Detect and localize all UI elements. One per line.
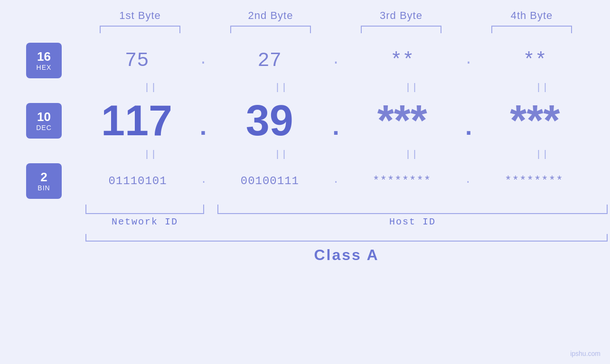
class-bracket: [85, 234, 608, 242]
bracket-4: [491, 26, 572, 33]
hex-badge-label: HEX: [37, 64, 52, 71]
host-id-bracket: [217, 205, 608, 214]
bin-dot-2: .: [333, 174, 339, 188]
hex-dot-2: .: [331, 52, 340, 70]
bracket-3: [361, 26, 441, 33]
main-container: 1st Byte 2nd Byte 3rd Byte 4th Byte 16 H…: [0, 0, 610, 364]
equals-hex-dec-2: ||: [216, 80, 347, 94]
bin-b4: ********: [505, 175, 563, 187]
equals-hex-dec-3: ||: [347, 80, 477, 94]
network-id-bracket: [85, 205, 204, 214]
dec-dot-2: .: [332, 112, 339, 145]
bin-dot-1: .: [201, 174, 207, 188]
bin-b3: ********: [373, 175, 431, 187]
hex-badge-wrap: 16 HEX: [13, 43, 75, 78]
host-id-label: Host ID: [217, 216, 608, 227]
hex-badge: 16 HEX: [26, 43, 62, 78]
hex-badge-number: 16: [37, 50, 51, 64]
bin-b2: 00100111: [241, 175, 299, 187]
dec-badge-label: DEC: [36, 124, 52, 131]
hex-b2: 27: [258, 49, 282, 72]
equals-hex-dec-4: ||: [477, 80, 608, 94]
equals-dec-bin-2: ||: [216, 147, 347, 161]
bin-badge-number: 2: [40, 170, 47, 184]
dec-b2: 39: [246, 96, 293, 145]
equals-dec-bin-4: ||: [477, 147, 608, 161]
bin-dot-3: .: [465, 174, 471, 188]
equals-hex-dec-1: ||: [85, 80, 216, 94]
bin-b1: 01110101: [108, 175, 167, 187]
byte-label-2: 2nd Byte: [206, 9, 336, 22]
bracket-2: [230, 26, 311, 33]
dec-dot-3: .: [465, 112, 472, 145]
bin-badge: 2 BIN: [26, 163, 62, 199]
dec-b4: ***: [510, 96, 560, 145]
dec-badge-wrap: 10 DEC: [13, 103, 75, 139]
bin-badge-label: BIN: [38, 184, 50, 192]
dec-badge: 10 DEC: [26, 103, 62, 139]
hex-dot-3: .: [464, 52, 473, 70]
network-id-label: Network ID: [85, 216, 204, 227]
dec-dot-1: .: [200, 112, 206, 145]
dec-b3: ***: [377, 96, 427, 145]
hex-dot-1: .: [199, 52, 207, 70]
class-label: Class A: [314, 246, 379, 263]
bracket-1: [100, 26, 180, 33]
byte-label-3: 3rd Byte: [336, 9, 467, 22]
byte-label-1: 1st Byte: [75, 9, 206, 22]
hex-b1: 75: [125, 49, 149, 72]
byte-label-4: 4th Byte: [467, 9, 597, 22]
dec-badge-number: 10: [37, 110, 51, 124]
bin-badge-wrap: 2 BIN: [13, 163, 75, 199]
watermark: ipshu.com: [570, 350, 601, 357]
equals-dec-bin-3: ||: [347, 147, 477, 161]
hex-b3: **: [390, 49, 414, 72]
dec-b1: 117: [101, 96, 172, 145]
hex-b4: **: [523, 49, 547, 72]
equals-dec-bin-1: ||: [85, 147, 216, 161]
